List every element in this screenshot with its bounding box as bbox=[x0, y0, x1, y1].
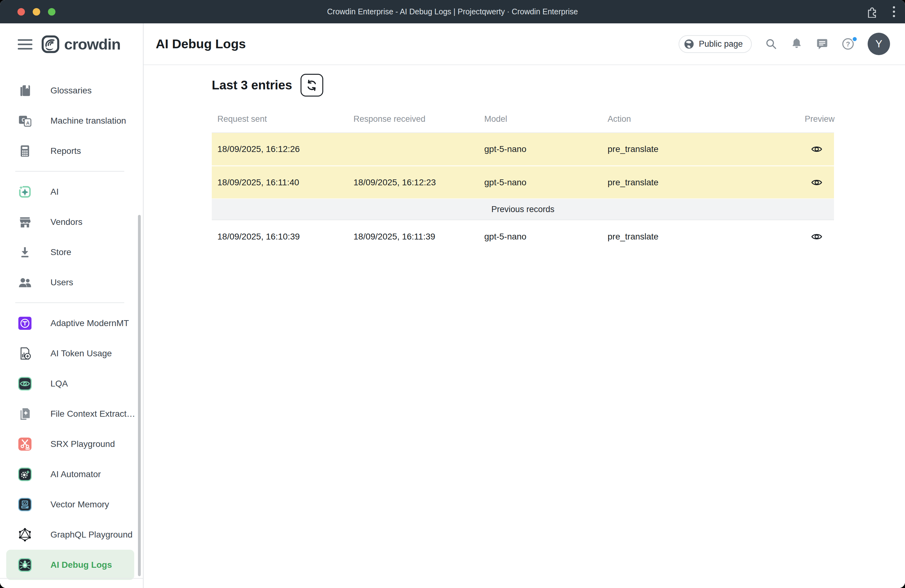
sidebar-item-lqa[interactable]: LQA bbox=[0, 369, 143, 399]
hamburger-menu-icon[interactable] bbox=[18, 37, 32, 51]
column-header-model: Model bbox=[479, 114, 602, 124]
cell-model: gpt-5-nano bbox=[479, 232, 602, 242]
store-download-icon bbox=[17, 245, 33, 260]
cell-response-received: 18/09/2025, 16:12:23 bbox=[348, 178, 479, 188]
sidebar-item-ai-debug-logs[interactable]: AI Debug Logs bbox=[6, 550, 134, 580]
sidebar: crowdin Glossaries bbox=[0, 23, 144, 588]
globe-icon bbox=[683, 38, 695, 50]
search-icon[interactable] bbox=[765, 38, 777, 50]
ai-token-usage-icon bbox=[17, 346, 33, 361]
traffic-lights bbox=[17, 8, 56, 16]
sidebar-item-label: AI Debug Logs bbox=[51, 560, 112, 570]
glossaries-icon bbox=[17, 83, 33, 99]
ai-debug-logs-bug-icon bbox=[17, 557, 33, 573]
sidebar-item-label: Machine translation bbox=[51, 116, 126, 126]
crowdin-mark-icon bbox=[41, 35, 60, 54]
debug-logs-table: Request sent Response received Model Act… bbox=[212, 106, 834, 253]
vector-memory-icon bbox=[17, 497, 33, 512]
sidebar-item-label: Glossaries bbox=[51, 86, 92, 95]
sidebar-item-label: Adaptive ModernMT bbox=[51, 318, 129, 328]
public-page-button[interactable]: Public page bbox=[679, 35, 752, 53]
users-people-icon bbox=[17, 275, 33, 290]
sidebar-item-ai-automator[interactable]: AI Automator bbox=[0, 459, 143, 489]
sidebar-item-label: GraphQL Playground bbox=[51, 530, 133, 540]
sidebar-item-label: AI bbox=[51, 187, 59, 197]
browser-menu-icon[interactable] bbox=[892, 5, 896, 18]
sidebar-item-label: Reports bbox=[51, 146, 81, 156]
help-icon[interactable]: ? bbox=[841, 37, 854, 51]
reports-calculator-icon bbox=[17, 143, 33, 159]
window-title: Crowdin Enterprise - AI Debug Logs | Pro… bbox=[0, 7, 905, 16]
content-area: Last 3 entries bbox=[144, 65, 905, 253]
previous-records-row[interactable]: Previous records bbox=[212, 199, 834, 220]
sidebar-item-label: Vector Memory bbox=[51, 499, 109, 510]
user-avatar[interactable]: Y bbox=[868, 33, 890, 55]
srx-playground-icon bbox=[17, 436, 33, 452]
machine-translation-icon: G A bbox=[17, 113, 33, 129]
ai-automator-icon bbox=[17, 467, 33, 482]
table-row: 18/09/2025, 16:10:39 18/09/2025, 16:11:3… bbox=[212, 220, 834, 253]
extensions-puzzle-icon[interactable] bbox=[866, 6, 878, 18]
sidebar-item-vector-memory[interactable]: Vector Memory bbox=[0, 489, 143, 520]
sidebar-item-ai-token-usage[interactable]: AI Token Usage bbox=[0, 338, 143, 369]
sidebar-item-label: Vendors bbox=[51, 217, 83, 227]
section-heading: Last 3 entries bbox=[212, 78, 292, 92]
svg-text:?: ? bbox=[846, 40, 850, 48]
sidebar-item-reports[interactable]: Reports bbox=[0, 136, 143, 166]
sidebar-item-glossaries[interactable]: Glossaries bbox=[0, 75, 143, 106]
vendors-storefront-icon bbox=[17, 214, 33, 230]
refresh-icon bbox=[305, 79, 318, 92]
sidebar-item-graphql-playground[interactable]: GraphQL Playground bbox=[0, 520, 143, 550]
sidebar-item-label: AI Automator bbox=[51, 469, 101, 479]
avatar-initial: Y bbox=[875, 38, 882, 50]
column-header-preview: Preview bbox=[799, 114, 840, 124]
sidebar-bottom-divider bbox=[0, 578, 143, 578]
cell-action: pre_translate bbox=[602, 232, 799, 242]
table-header-row: Request sent Response received Model Act… bbox=[212, 106, 834, 132]
cell-action: pre_translate bbox=[602, 178, 799, 188]
adaptive-modernmt-icon bbox=[17, 316, 33, 331]
help-notification-dot bbox=[852, 36, 858, 42]
sidebar-item-vendors[interactable]: Vendors bbox=[0, 207, 143, 237]
column-header-action: Action bbox=[602, 114, 799, 124]
preview-eye-icon[interactable] bbox=[810, 177, 823, 188]
preview-eye-icon[interactable] bbox=[810, 231, 823, 242]
zoom-window-button[interactable] bbox=[48, 8, 56, 16]
sidebar-item-srx-playground[interactable]: SRX Playground bbox=[0, 429, 143, 459]
sidebar-divider bbox=[15, 302, 124, 303]
close-window-button[interactable] bbox=[17, 8, 25, 16]
titlebar: Crowdin Enterprise - AI Debug Logs | Pro… bbox=[0, 0, 905, 23]
browser-window: Crowdin Enterprise - AI Debug Logs | Pro… bbox=[0, 0, 905, 588]
minimize-window-button[interactable] bbox=[33, 8, 40, 16]
preview-eye-icon[interactable] bbox=[810, 144, 823, 154]
sidebar-item-users[interactable]: Users bbox=[0, 267, 143, 297]
table-row: 18/09/2025, 16:11:40 18/09/2025, 16:12:2… bbox=[212, 165, 834, 199]
crowdin-logo[interactable]: crowdin bbox=[41, 35, 121, 54]
lqa-icon bbox=[17, 376, 33, 391]
crowdin-wordmark: crowdin bbox=[64, 35, 121, 53]
sidebar-item-label: AI Token Usage bbox=[51, 348, 112, 359]
sidebar-item-machine-translation[interactable]: G A Machine translation bbox=[0, 106, 143, 136]
cell-request-sent: 18/09/2025, 16:10:39 bbox=[212, 232, 348, 242]
refresh-button[interactable] bbox=[300, 74, 323, 97]
column-header-request-sent: Request sent bbox=[212, 114, 348, 124]
ai-sparkle-icon bbox=[17, 184, 33, 200]
sidebar-item-file-context-extractor[interactable]: File Context Extract… bbox=[0, 399, 143, 429]
messages-icon[interactable] bbox=[816, 38, 829, 50]
sidebar-divider bbox=[15, 171, 124, 172]
sidebar-item-adaptive-modernmt[interactable]: Adaptive ModernMT bbox=[0, 308, 143, 338]
public-page-label: Public page bbox=[699, 39, 743, 49]
cell-response-received: 18/09/2025, 16:11:39 bbox=[348, 232, 479, 242]
sidebar-nav: Glossaries G A Machine translation bbox=[0, 65, 143, 580]
previous-records-label: Previous records bbox=[491, 205, 555, 214]
page-title: AI Debug Logs bbox=[156, 37, 246, 51]
cell-model: gpt-5-nano bbox=[479, 178, 602, 188]
cell-action: pre_translate bbox=[602, 144, 799, 154]
sidebar-item-ai[interactable]: AI bbox=[0, 176, 143, 207]
table-row: 18/09/2025, 16:12:26 gpt-5-nano pre_tran… bbox=[212, 132, 834, 165]
notifications-bell-icon[interactable] bbox=[791, 38, 803, 50]
sidebar-scrollbar[interactable] bbox=[138, 215, 141, 576]
sidebar-item-store[interactable]: Store bbox=[0, 237, 143, 267]
svg-text:A: A bbox=[26, 120, 30, 125]
page-header: AI Debug Logs Public page bbox=[144, 23, 905, 65]
